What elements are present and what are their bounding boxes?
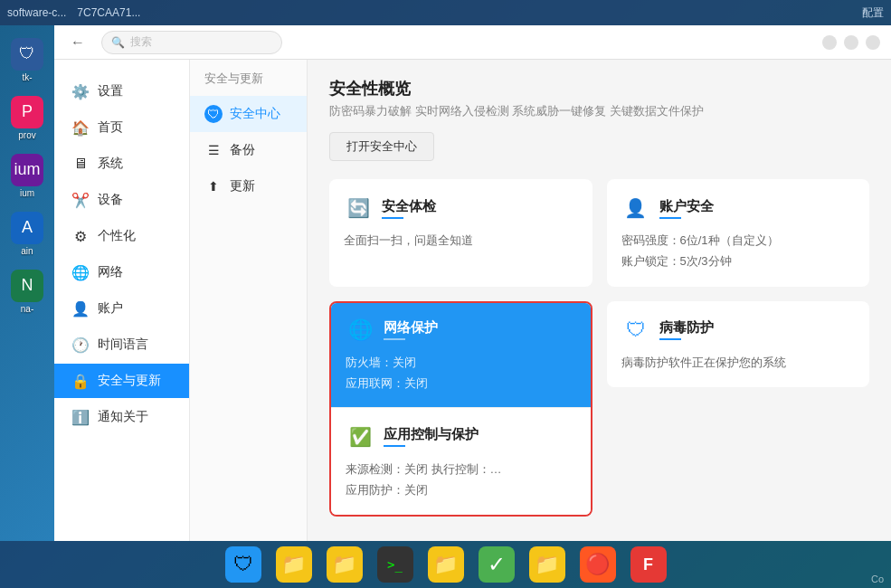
virus-protection-underline — [659, 338, 681, 340]
network-icon: 🌐 — [72, 264, 89, 280]
taskbar-top-left: software-c... 7C7CAA71... — [7, 6, 140, 19]
nav-item-devices[interactable]: ✂️ 设备 — [54, 183, 189, 217]
card-app-control-header: ✅ 应用控制与保护 — [346, 422, 576, 451]
iun-icon: ium — [14, 160, 40, 179]
ain-icon: A — [22, 218, 33, 237]
middle-item-backup[interactable]: ☰ 备份 — [190, 132, 307, 168]
card-account-security[interactable]: 👤 账户安全 密码强度：6位/1种（自定义） 账户锁定：5次/3分钟 — [607, 179, 870, 287]
card-security-check-header: 🔄 安全体检 — [344, 194, 578, 223]
taskbar-shield-icon[interactable]: 🛡 — [225, 546, 261, 583]
app-control-icon: ✅ — [346, 422, 374, 451]
security-center-icon: 🛡 — [204, 105, 223, 123]
security-check-title: 安全体检 — [382, 198, 436, 215]
taskbar-folder1-icon[interactable]: 📁 — [276, 546, 312, 583]
virus-protection-icon: 🛡 — [621, 316, 650, 345]
nav-label-personalize: 个性化 — [98, 228, 136, 244]
taskbar-folder3-icon[interactable]: 📁 — [428, 546, 464, 583]
prov-label: prov — [18, 130, 35, 140]
nav-item-about[interactable]: ℹ️ 通知关于 — [54, 400, 189, 434]
window-titlebar: ← 🔍 搜索 — □ ✕ — [54, 25, 891, 60]
app-control-detail1: 来源检测：关闭 执行控制：… — [346, 459, 576, 479]
taskbar-fire-icon[interactable]: 🔴 — [580, 546, 616, 583]
tab-software[interactable]: software-c... — [7, 6, 66, 19]
nav-label-system: 系统 — [98, 156, 123, 172]
security-check-underline — [382, 217, 403, 219]
config-label: 配置 — [862, 6, 884, 19]
tab-7c7caa[interactable]: 7C7CAA71... — [77, 6, 140, 19]
home-icon: 🏠 — [72, 119, 89, 136]
app-control-underline — [384, 445, 405, 447]
taskbar-folder4-icon[interactable]: 📁 — [529, 546, 565, 583]
left-nav: ⚙️ 设置 🏠 首页 🖥 系统 ✂️ 设备 ⚙ 个性化 🌐 网络 — [54, 60, 190, 541]
personalize-icon: ⚙ — [72, 228, 89, 244]
taskbar-folder2-icon[interactable]: 📁 — [327, 546, 363, 583]
highlight-box: 🌐 网络保护 防火墙：关闭 应用联网：关闭 ✅ — [329, 301, 592, 517]
card-network-protection[interactable]: 🌐 网络保护 防火墙：关闭 应用联网：关闭 — [331, 303, 591, 407]
app-control-detail2: 应用防护：关闭 — [346, 479, 576, 500]
nav-label-network: 网络 — [98, 264, 123, 280]
tk-icon: 🛡 — [19, 44, 35, 63]
taskbar-f-icon[interactable]: F — [630, 546, 667, 583]
section-desc: 防密码暴力破解 实时网络入侵检测 系统威胁一键修复 关键数据文件保护 — [329, 103, 869, 119]
desktop-icon-prov[interactable]: P prov — [5, 90, 50, 145]
network-protection-icon: 🌐 — [346, 316, 374, 345]
close-button[interactable]: ✕ — [866, 35, 880, 50]
nav-item-home[interactable]: 🏠 首页 — [54, 110, 189, 145]
right-content: 安全性概览 防密码暴力破解 实时网络入侵检测 系统威胁一键修复 关键数据文件保护… — [308, 60, 891, 541]
nav-item-settings[interactable]: ⚙️ 设置 — [54, 74, 189, 109]
search-placeholder: 搜索 — [130, 34, 152, 50]
nav-label-settings: 设置 — [98, 83, 123, 100]
account-icon: 👤 — [72, 300, 89, 317]
cards-top-row: 🔄 安全体检 全面扫一扫，问题全知道 👤 账户安全 — [329, 179, 869, 287]
nav-item-system[interactable]: 🖥 系统 — [54, 147, 189, 181]
cards-bottom-row: 🌐 网络保护 防火墙：关闭 应用联网：关闭 ✅ — [329, 301, 869, 517]
card-app-control[interactable]: ✅ 应用控制与保护 来源检测：关闭 执行控制：… 应用防护：关闭 — [331, 407, 591, 516]
network-protection-title: 网络保护 — [384, 319, 438, 337]
taskbar-top-right: 配置 — [862, 5, 884, 21]
network-protection-underline — [384, 338, 405, 340]
nav-label-devices: 设备 — [98, 192, 123, 208]
card-security-check[interactable]: 🔄 安全体检 全面扫一扫，问题全知道 — [329, 179, 592, 287]
nav-label-datetime: 时间语言 — [98, 337, 148, 353]
virus-protection-title: 病毒防护 — [659, 319, 714, 337]
middle-item-security-center[interactable]: 🛡 安全中心 — [190, 96, 307, 132]
taskbar-bottom: 🛡 📁 📁 >_ 📁 ✓ 📁 🔴 F Co — [0, 541, 891, 588]
back-button[interactable]: ← — [65, 30, 90, 55]
nav-item-account[interactable]: 👤 账户 — [54, 291, 189, 326]
search-bar[interactable]: 🔍 搜索 — [101, 31, 282, 54]
maximize-button[interactable]: □ — [844, 35, 858, 50]
taskbar-terminal-icon[interactable]: >_ — [377, 546, 413, 583]
taskbar-check-icon[interactable]: ✓ — [479, 546, 515, 583]
na-label: na- — [21, 304, 33, 314]
account-security-underline — [659, 217, 681, 219]
datetime-icon: 🕐 — [72, 337, 89, 353]
desktop-icon-na[interactable]: N na- — [5, 264, 50, 318]
desktop-icon-iun[interactable]: ium ium — [5, 148, 50, 203]
card-virus-protection[interactable]: 🛡 病毒防护 病毒防护软件正在保护您的系统 — [607, 301, 870, 387]
middle-panel-title: 安全与更新 — [190, 71, 307, 96]
minimize-button[interactable]: — — [822, 35, 837, 50]
system-icon: 🖥 — [72, 156, 89, 172]
na-icon: N — [22, 276, 33, 295]
settings-icon: ⚙️ — [72, 83, 89, 100]
nav-item-personalize[interactable]: ⚙ 个性化 — [54, 219, 189, 253]
card-account-security-header: 👤 账户安全 — [621, 194, 856, 223]
ain-label: ain — [21, 246, 33, 256]
security-nav-icon: 🔒 — [72, 373, 89, 389]
card-network-protection-header: 🌐 网络保护 — [346, 316, 576, 345]
nav-item-security[interactable]: 🔒 安全与更新 — [54, 364, 189, 398]
app-control-title: 应用控制与保护 — [384, 426, 479, 443]
open-security-center-button[interactable]: 打开安全中心 — [329, 132, 434, 161]
nav-label-account: 账户 — [98, 300, 123, 317]
nav-item-datetime[interactable]: 🕐 时间语言 — [54, 327, 189, 362]
desktop-icon-ain[interactable]: A ain — [5, 206, 50, 261]
desktop-icons: 🛡 tk- P prov ium ium A ain N na- — [0, 25, 54, 541]
window-controls: — □ ✕ — [822, 35, 880, 50]
network-protection-detail2: 应用联网：关闭 — [346, 373, 576, 394]
search-icon: 🔍 — [111, 36, 125, 49]
desktop-icon-tk[interactable]: 🛡 tk- — [5, 33, 50, 87]
nav-item-network[interactable]: 🌐 网络 — [54, 255, 189, 289]
main-window: ← 🔍 搜索 — □ ✕ ⚙️ 设置 🏠 首页 🖥 系统 — [54, 25, 891, 541]
security-check-icon: 🔄 — [344, 194, 373, 223]
middle-item-update[interactable]: ⬆ 更新 — [190, 168, 307, 204]
